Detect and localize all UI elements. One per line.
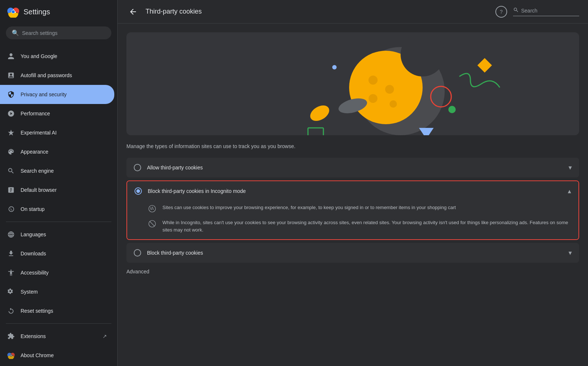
sidebar-item-autofill[interactable]: Autofill and passwords <box>0 66 114 85</box>
sidebar-item-label: Experimental AI <box>21 130 57 136</box>
help-button[interactable]: ? <box>495 6 507 18</box>
svg-point-9 <box>401 32 445 76</box>
manage-text: Manage the types of information sites ca… <box>126 143 579 150</box>
option-block-all-header[interactable]: Block third-party cookies ▾ <box>126 243 579 263</box>
svg-point-24 <box>152 207 153 208</box>
sidebar-header: Settings <box>0 0 117 24</box>
option-block-incognito-details: Sites can use cookies to improve your br… <box>127 201 578 239</box>
svg-point-5 <box>10 355 12 356</box>
option-block-incognito-chevron: ▴ <box>568 187 571 195</box>
svg-point-10 <box>369 76 377 85</box>
sidebar-item-appearance[interactable]: Appearance <box>0 142 114 161</box>
option-block-all: Block third-party cookies ▾ <box>126 243 579 263</box>
sidebar-item-reset[interactable]: Reset settings <box>0 301 114 320</box>
sidebar-item-label: System <box>21 289 38 295</box>
sidebar-item-label: Default browser <box>21 187 57 193</box>
content-area: Manage the types of information sites ca… <box>118 24 588 366</box>
languages-icon <box>7 231 15 238</box>
sidebar-item-you-and-google[interactable]: You and Google <box>0 47 114 66</box>
search-engine-icon <box>7 167 15 175</box>
top-search-icon <box>513 7 519 14</box>
top-search-container[interactable] <box>513 7 579 16</box>
sidebar-item-search-engine[interactable]: Search engine <box>0 161 114 180</box>
sidebar-nav: You and Google Autofill and passwords Pr… <box>0 45 117 366</box>
shield-icon <box>7 91 15 98</box>
detail-text-1: Sites can use cookies to improve your br… <box>162 204 456 211</box>
sidebar-item-label: Autofill and passwords <box>21 72 72 78</box>
option-block-all-radio[interactable] <box>134 249 141 256</box>
svg-point-26 <box>151 209 152 210</box>
svg-point-12 <box>369 94 377 103</box>
sidebar-item-label: On startup <box>21 206 44 212</box>
sidebar-item-extensions[interactable]: Extensions ↗ <box>0 327 114 346</box>
sidebar-item-accessibility[interactable]: Accessibility <box>0 263 114 282</box>
sidebar-item-experimental-ai[interactable]: Experimental AI <box>0 123 114 142</box>
back-button[interactable] <box>126 5 140 18</box>
top-search-input[interactable] <box>521 8 576 14</box>
search-icon: 🔍 <box>12 29 19 36</box>
svg-point-27 <box>152 208 153 209</box>
sidebar-item-downloads[interactable]: Downloads <box>0 244 114 263</box>
page-title: Third-party cookies <box>146 8 490 15</box>
system-icon <box>7 288 15 295</box>
detail-text-2: While in Incognito, sites can't use your… <box>162 219 571 233</box>
extensions-icon <box>7 333 15 340</box>
block-detail-icon <box>148 219 157 228</box>
ai-icon <box>7 129 15 136</box>
sidebar-item-privacy[interactable]: Privacy and security <box>0 85 114 104</box>
option-allow-radio[interactable] <box>134 164 141 171</box>
reset-icon <box>7 307 15 315</box>
sidebar-item-on-startup[interactable]: On startup <box>0 200 114 219</box>
sidebar-item-label: Downloads <box>21 251 46 256</box>
settings-title: Settings <box>24 8 50 16</box>
svg-point-13 <box>390 100 397 108</box>
sidebar-search[interactable]: 🔍 <box>6 26 111 39</box>
svg-line-29 <box>150 222 155 226</box>
appearance-icon <box>7 148 15 155</box>
main-content: Third-party cookies ? <box>118 0 588 366</box>
sidebar-search-input[interactable] <box>22 30 105 36</box>
option-allow-label: Allow third-party cookies <box>147 165 563 171</box>
nav-divider-1 <box>6 222 111 222</box>
svg-point-2 <box>12 10 15 13</box>
sidebar-item-label: About Chrome <box>21 352 54 358</box>
startup-icon <box>7 205 15 213</box>
nav-divider-2 <box>6 323 111 324</box>
option-block-all-chevron: ▾ <box>569 249 572 257</box>
option-block-incognito-header[interactable]: Block third-party cookies in Incognito m… <box>127 181 578 201</box>
about-chrome-icon <box>7 352 15 359</box>
person-icon <box>7 53 15 60</box>
detail-row-2: While in Incognito, sites can't use your… <box>148 219 571 233</box>
svg-point-21 <box>448 106 456 113</box>
sidebar-item-system[interactable]: System <box>0 282 114 301</box>
option-block-all-label: Block third-party cookies <box>147 250 563 256</box>
sidebar-item-label: Performance <box>21 111 50 116</box>
cookie-detail-icon <box>148 204 157 213</box>
svg-point-11 <box>385 85 394 94</box>
sidebar-item-label: Reset settings <box>21 308 53 314</box>
option-block-incognito-label: Block third-party cookies in Incognito m… <box>148 188 562 194</box>
sidebar-item-label: Accessibility <box>21 270 49 276</box>
external-link-icon: ↗ <box>103 333 107 339</box>
sidebar-item-label: Privacy and security <box>21 92 67 97</box>
downloads-icon <box>7 250 15 257</box>
option-block-incognito: Block third-party cookies in Incognito m… <box>126 180 579 240</box>
sidebar-item-label: Languages <box>21 232 46 237</box>
sidebar-item-label: You and Google <box>21 53 57 59</box>
sidebar-item-languages[interactable]: Languages <box>0 225 114 244</box>
sidebar-item-label: Search engine <box>21 168 54 174</box>
chrome-logo-icon <box>7 6 19 18</box>
default-browser-icon <box>7 186 15 194</box>
top-bar: Third-party cookies ? <box>118 0 588 24</box>
sidebar-item-default-browser[interactable]: Default browser <box>0 180 114 200</box>
sidebar-item-label: Appearance <box>21 149 49 155</box>
performance-icon <box>7 110 15 117</box>
option-block-incognito-radio[interactable] <box>135 187 142 195</box>
option-allow-header[interactable]: Allow third-party cookies ▾ <box>126 158 579 177</box>
sidebar-item-performance[interactable]: Performance <box>0 104 114 123</box>
cookie-illustration <box>126 32 579 135</box>
option-allow: Allow third-party cookies ▾ <box>126 158 579 177</box>
sidebar-item-about-chrome[interactable]: About Chrome <box>0 346 114 365</box>
advanced-label: Advanced <box>126 266 579 277</box>
svg-point-25 <box>153 209 154 210</box>
